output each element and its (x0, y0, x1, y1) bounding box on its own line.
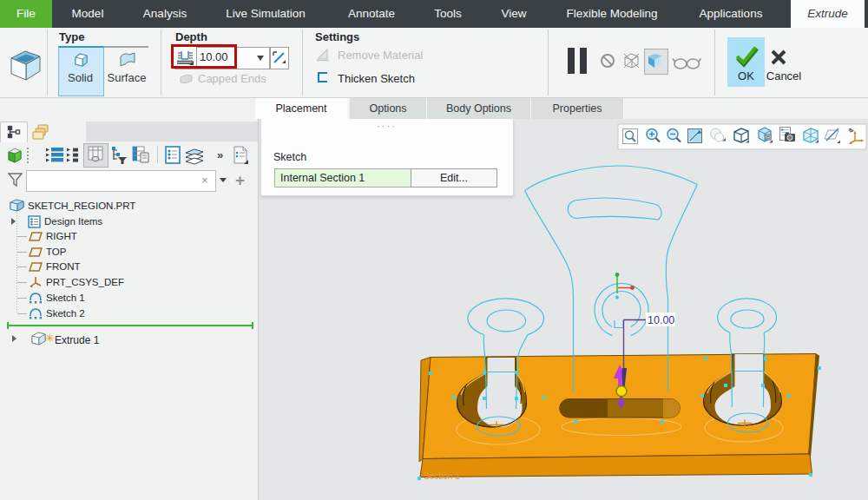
svg-text:B: B (766, 135, 770, 140)
svg-text:10.00: 10.00 (648, 314, 674, 326)
svg-text:Section 1: Section 1 (424, 471, 460, 481)
svg-text:×: × (848, 127, 852, 133)
